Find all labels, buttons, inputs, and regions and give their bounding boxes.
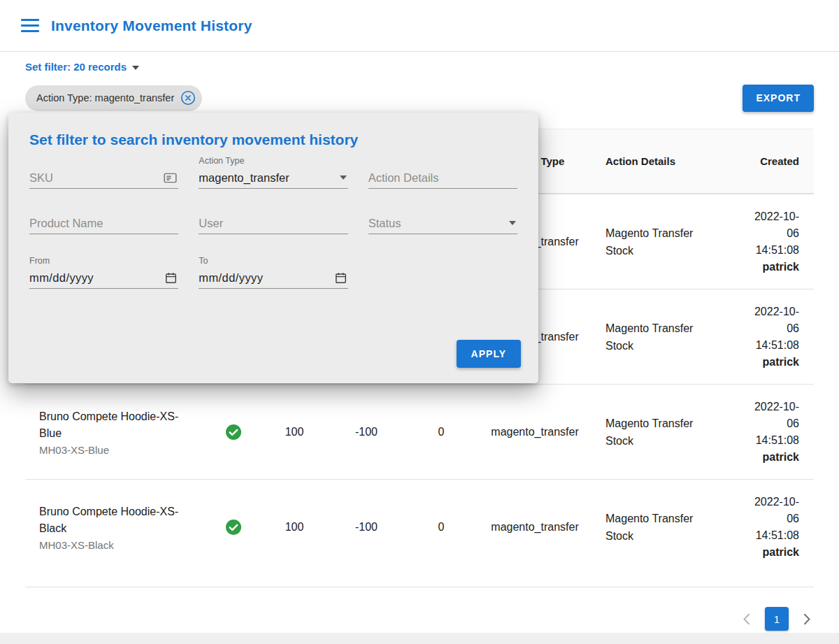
menu-icon[interactable]	[21, 19, 39, 33]
app-bar: Inventory Movement History	[0, 0, 839, 52]
from-date-field[interactable]: From mm/dd/yyyy	[29, 255, 178, 289]
sku-field	[29, 155, 178, 189]
created-user: patrick	[745, 354, 799, 371]
to-label: To	[199, 255, 347, 267]
action-details: Magento Transfer Stock	[605, 415, 712, 450]
product-sku: MH03-XS-Blue	[39, 444, 109, 456]
sku-input[interactable]	[29, 171, 178, 185]
table-row: Bruno Compete Hoodie-XS-Black MH03-XS-Bl…	[25, 479, 814, 574]
active-filter-chip[interactable]: Action Type: magento_transfer	[25, 85, 202, 111]
filter-panel-title: Set filter to search inventory movement …	[29, 131, 517, 148]
qty-change: -100	[331, 385, 401, 479]
created-user: patrick	[745, 544, 799, 561]
status-select[interactable]: Status	[368, 213, 517, 234]
qty-start: 100	[257, 385, 331, 479]
product-name-field	[29, 213, 178, 234]
action-details: Magento Transfer Stock	[605, 510, 712, 545]
pagination: 1	[25, 607, 814, 631]
created-date: 2022-10-06	[745, 494, 799, 527]
filter-toggle-label: Set filter: 20 records	[25, 61, 127, 73]
action-type-select[interactable]: Action Type magento_transfer	[199, 155, 347, 189]
status-placeholder: Status	[368, 217, 509, 230]
action-type: magento_transfer	[481, 385, 589, 479]
chip-remove-icon[interactable]	[180, 90, 196, 106]
action-details-field	[368, 155, 517, 189]
page-button[interactable]: 1	[765, 607, 789, 631]
created-time: 14:51:08	[745, 337, 799, 354]
qty-start: 100	[257, 480, 331, 574]
filter-toggle[interactable]: Set filter: 20 records	[25, 61, 139, 73]
product-name: Bruno Compete Hoodie-XS-Black	[39, 503, 182, 537]
calendar-icon[interactable]	[334, 271, 347, 285]
created-time: 14:51:08	[745, 527, 799, 544]
previous-page-icon[interactable]	[740, 610, 753, 628]
to-date-field[interactable]: To mm/dd/yyyy	[199, 255, 347, 289]
chip-label: Action Type: magento_transfer	[36, 92, 174, 103]
created-date: 2022-10-06	[745, 208, 799, 242]
header-created: Created	[717, 129, 814, 193]
export-button[interactable]: EXPORT	[743, 85, 814, 112]
status-success-icon	[225, 424, 242, 441]
action-details: Magento Transfer Stock	[605, 224, 712, 259]
created-date: 2022-10-06	[745, 399, 799, 432]
sku-list-icon[interactable]	[163, 171, 178, 185]
created-time: 14:51:08	[745, 432, 799, 449]
product-sku: MH03-XS-Black	[39, 539, 114, 551]
qty-end: 0	[401, 480, 481, 574]
qty-end: 0	[401, 385, 481, 479]
filter-chip-row: Action Type: magento_transfer EXPORT	[25, 84, 814, 112]
table-row: Bruno Compete Hoodie-XS-Blue MH03-XS-Blu…	[25, 384, 814, 479]
from-date-value: mm/dd/yyyy	[29, 271, 164, 285]
action-details-input[interactable]	[368, 171, 517, 185]
user-field	[199, 213, 347, 234]
chevron-down-icon	[132, 66, 139, 70]
header-action-details: Action Details	[589, 129, 717, 193]
created-user: patrick	[745, 449, 799, 466]
calendar-icon[interactable]	[164, 271, 178, 285]
footer-strip	[0, 633, 839, 644]
from-label: From	[29, 255, 178, 267]
dropdown-arrow-icon	[340, 176, 347, 180]
action-type-value: magento_transfer	[199, 171, 339, 185]
dropdown-arrow-icon	[509, 221, 516, 225]
user-input[interactable]	[199, 217, 347, 230]
status-success-icon	[225, 519, 242, 536]
to-date-value: mm/dd/yyyy	[199, 271, 334, 285]
created-time: 14:51:08	[745, 242, 799, 259]
product-name-input[interactable]	[29, 217, 178, 230]
action-type: magento_transfer	[481, 480, 589, 574]
product-name: Bruno Compete Hoodie-XS-Blue	[39, 408, 182, 442]
page-title: Inventory Movement History	[51, 17, 252, 34]
apply-button[interactable]: APPLY	[457, 340, 521, 368]
created-user: patrick	[745, 259, 799, 276]
action-type-label: Action Type	[199, 155, 347, 167]
qty-change: -100	[331, 480, 401, 574]
created-date: 2022-10-06	[745, 303, 799, 337]
action-details: Magento Transfer Stock	[605, 320, 712, 355]
filter-panel: Set filter to search inventory movement …	[8, 113, 538, 383]
next-page-icon[interactable]	[801, 610, 814, 628]
